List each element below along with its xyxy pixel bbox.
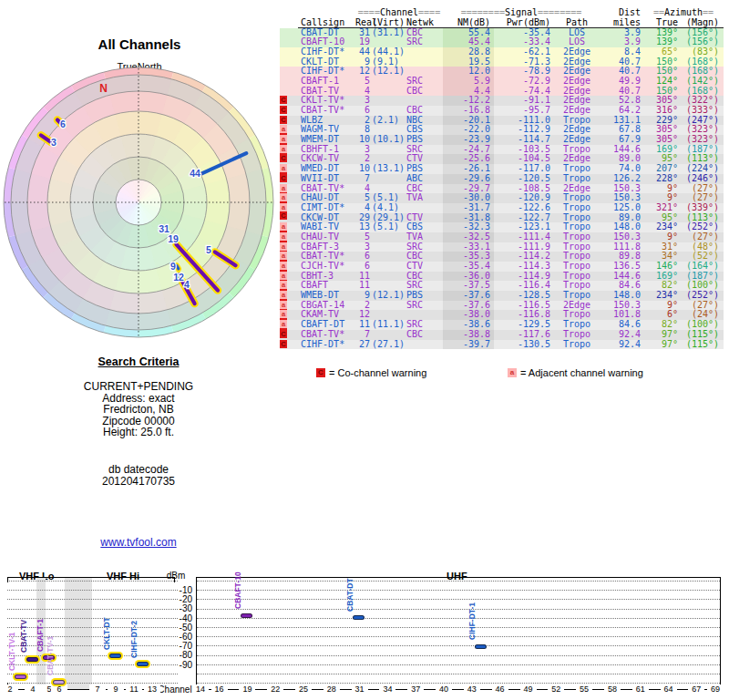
tvfool-link[interactable]: www.tvfool.com <box>47 536 230 549</box>
azimuth-group-header: ==Azimuth== <box>643 7 724 17</box>
cell-azimuth-true: 65° <box>643 47 680 57</box>
grid-line <box>7 609 178 610</box>
station-callsign-label: CBAT-TV <box>19 620 28 653</box>
cell-virtual-channel <box>370 272 406 282</box>
cell-virtual-channel <box>370 330 406 340</box>
cell-nm-db: -38.8 <box>443 330 494 340</box>
table-row: CCIHF-DT*27(27.1)-39.7-130.5Tropo92.497°… <box>280 340 724 350</box>
station-callsign-label: CBAFT-1 <box>36 619 45 652</box>
cell-virtual-channel: (11.1) <box>370 320 406 330</box>
cell-network <box>406 57 443 67</box>
cell-callsign: CIMT-DT* <box>298 203 355 213</box>
cell-azimuth-magnetic: (83°) <box>680 47 724 57</box>
table-row: aCCBHT-311CBC-36.0-114.9Tropo144.6169°(1… <box>280 272 724 282</box>
dist-group-header: Dist <box>600 7 643 17</box>
dbm-unit-label: dBm <box>162 571 190 581</box>
adjacent-channel-icon: a <box>280 272 287 280</box>
station-callsign-label: CBAFT-10 <box>233 572 242 610</box>
x-axis-tick: 7 <box>89 685 106 694</box>
search-criteria: Search Criteria CURRENT+PENDING Address:… <box>47 355 230 488</box>
cell-network <box>406 47 443 57</box>
search-mode: CURRENT+PENDING <box>47 381 230 393</box>
table-header-groups: ====Channel==== ========Signal======== D… <box>280 7 724 17</box>
x-axis-tick: 9 <box>108 685 124 694</box>
cell-virtual-channel <box>370 232 406 242</box>
cell-nm-db: -39.7 <box>443 340 494 350</box>
x-axis-tick: 4 <box>25 685 41 694</box>
cell-network: SRC <box>406 301 443 311</box>
x-axis-tick: 34 <box>379 685 395 694</box>
cell-network: TVA <box>406 193 443 203</box>
grid-line <box>197 618 720 619</box>
cell-virtual-channel: (12.1) <box>370 67 406 77</box>
station-channel-label: 44 <box>190 168 200 179</box>
panel-top-border <box>196 577 721 578</box>
adjacent-channel-icon: a <box>280 262 287 270</box>
warning-markers: aC <box>280 203 298 213</box>
station-channel-label: 6 <box>60 118 66 129</box>
warning-markers: aC <box>280 320 298 330</box>
tvfool-report: All Channels TrueNorth 4431195912463N Se… <box>0 0 729 700</box>
warning-markers: C <box>280 340 298 350</box>
co-channel-icon: C <box>280 116 287 124</box>
warning-markers <box>280 77 298 87</box>
cell-path: 2Edge <box>554 47 600 57</box>
grid-line <box>7 636 178 637</box>
channel-group-header: ====Channel==== <box>355 7 443 17</box>
co-channel-icon: C <box>280 154 287 162</box>
station-channel-label: 4 <box>184 279 190 290</box>
cell-virtual-channel <box>370 96 406 106</box>
table-column-headers: Callsign Real (Virt) Netwk NM(dB) Pwr(dB… <box>280 17 724 28</box>
x-axis-tick: 46 <box>492 685 508 694</box>
grid-line <box>7 618 178 619</box>
cell-nm-db: -29.6 <box>443 174 494 184</box>
station-marker <box>109 654 121 658</box>
x-axis-tick: 16 <box>211 685 228 694</box>
cell-nm-db: 28.8 <box>443 47 494 57</box>
x-axis-tick: 14 <box>192 685 209 694</box>
warning-markers <box>280 37 298 47</box>
x-axis-tick: 64 <box>661 685 677 694</box>
table-row: aCCBAT-TV*4CBC-29.7-108.52Edge150.39°(27… <box>280 184 724 194</box>
warning-markers: aC <box>280 242 298 252</box>
cell-network: SRC <box>406 37 443 47</box>
search-criteria-heading: Search Criteria <box>47 355 230 368</box>
warning-markers: C <box>280 330 298 340</box>
adjacent-channel-icon: a <box>280 135 287 143</box>
co-channel-icon: C <box>280 174 287 182</box>
adjacent-channel-text: = Adjacent channel warning <box>520 367 643 378</box>
cell-distance-miles: 126.2 <box>600 174 643 184</box>
cell-network: CBC <box>406 87 443 97</box>
panel-corner-tick <box>174 577 175 582</box>
cell-power-dbm: -130.5 <box>494 340 554 350</box>
cell-azimuth-magnetic: (115°) <box>680 330 724 340</box>
grid-line <box>197 636 720 637</box>
adjacent-channel-icon: a <box>508 368 517 377</box>
cell-distance-miles: 125.0 <box>600 203 643 213</box>
station-channel-label: 9 <box>170 261 176 272</box>
adjacent-channel-icon: a <box>280 281 287 289</box>
cell-real-channel: 7 <box>355 174 370 184</box>
grid-line <box>197 645 720 646</box>
station-marker <box>353 615 364 620</box>
cell-power-dbm: -122.6 <box>494 203 554 213</box>
db-datecode-value: 201204170735 <box>47 476 230 488</box>
warning-markers: aC <box>280 125 298 135</box>
table-rows: CBAT-DT31(31.1)CBC55.4-35.4LOS3.9139°(15… <box>280 28 724 350</box>
table-row: CWVII-DT7ABC-29.6-120.5Tropo126.2228°(24… <box>280 174 724 184</box>
cell-azimuth-magnetic: (246°) <box>680 174 724 184</box>
cell-azimuth-magnetic: (339°) <box>680 203 724 213</box>
cell-virtual-channel: (27.1) <box>370 340 406 350</box>
x-axis-tick: 6 <box>51 685 67 694</box>
x-axis-tick: 52 <box>548 685 564 694</box>
cell-virtual-channel <box>370 301 406 311</box>
x-axis-tick: 55 <box>576 685 592 694</box>
warning-markers: C <box>280 116 298 126</box>
warning-markers: C <box>280 96 298 106</box>
adjacent-channel-icon: a <box>280 164 287 172</box>
grid-line <box>7 674 178 674</box>
station-callsign-label: CKLT-DT <box>102 617 111 650</box>
station-callsign-label: CIHF-DT-2 <box>129 621 139 658</box>
table-row: aCCBGAT-142SRC-37.6-116.52Edge150.39°(27… <box>280 301 724 311</box>
station-marker <box>475 644 487 649</box>
